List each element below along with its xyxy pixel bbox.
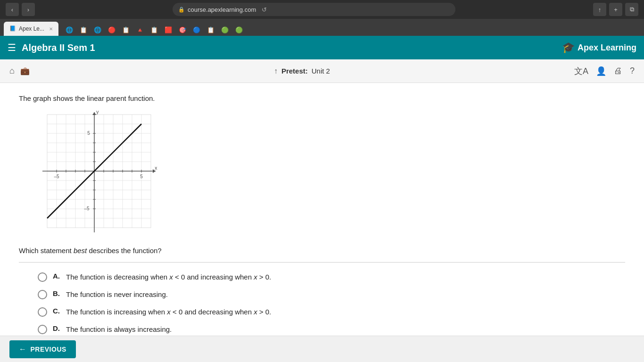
choice-b-letter: B. bbox=[53, 289, 60, 297]
translate-icon[interactable]: 文A bbox=[574, 66, 588, 77]
tabs-bar: 📘 Apex Le... ✕ 🌐 📋 🌐 🔴 📋 🔺 📋 🟥 🎯 🔵 📋 🟢 🟢 bbox=[0, 19, 644, 36]
graph-container: –5 5 5 –5 x y bbox=[38, 110, 625, 237]
choice-b-text: The function is never increasing. bbox=[66, 289, 168, 299]
apex-logo-icon: 🎓 bbox=[562, 41, 575, 54]
graph-wrapper: –5 5 5 –5 x y bbox=[38, 110, 160, 237]
hamburger-menu-icon[interactable]: ☰ bbox=[8, 42, 16, 53]
choice-c[interactable]: C. The function is increasing when x < 0… bbox=[38, 307, 606, 317]
nav-center: ↑ Pretest: Unit 2 bbox=[30, 67, 574, 75]
choice-a[interactable]: A. The function is decreasing when x < 0… bbox=[38, 272, 606, 282]
sub-header-right: 文A 👤 🖨 ? bbox=[574, 66, 635, 77]
svg-text:–5: –5 bbox=[54, 174, 59, 179]
user-icon[interactable]: 👤 bbox=[596, 66, 606, 76]
back-button[interactable]: ‹ bbox=[6, 3, 19, 16]
svg-text:5: 5 bbox=[87, 131, 90, 136]
bottom-bar: ← PREVIOUS bbox=[0, 336, 644, 362]
print-icon[interactable]: 🖨 bbox=[614, 66, 622, 76]
new-tab-button[interactable]: + bbox=[609, 3, 622, 16]
help-icon[interactable]: ? bbox=[630, 66, 635, 76]
tab-close-icon[interactable]: ✕ bbox=[49, 26, 53, 32]
choice-a-text: The function is decreasing when x < 0 an… bbox=[66, 272, 271, 282]
bm-icon-12[interactable]: 🟢 bbox=[219, 24, 231, 36]
apex-logo-text: Apex Learning bbox=[578, 43, 636, 53]
app-header: ☰ Algebra II Sem 1 🎓 Apex Learning bbox=[0, 36, 644, 59]
windows-button[interactable]: ⧉ bbox=[625, 3, 638, 16]
app-title: Algebra II Sem 1 bbox=[22, 42, 562, 53]
bm-icon-11[interactable]: 📋 bbox=[205, 24, 217, 36]
previous-button[interactable]: ← PREVIOUS bbox=[9, 340, 76, 358]
choice-c-text: The function is increasing when x < 0 an… bbox=[66, 307, 271, 317]
lock-icon: 🔒 bbox=[178, 7, 185, 13]
url-text: course.apexlearning.com bbox=[188, 6, 256, 13]
home-icon[interactable]: ⌂ bbox=[9, 66, 15, 76]
bookmarks-toolbar: 🌐 📋 🌐 🔴 📋 🔺 📋 🟥 🎯 🔵 📋 🟢 🟢 bbox=[63, 24, 245, 36]
svg-text:x: x bbox=[155, 165, 157, 171]
which-statement: Which statement best describes the funct… bbox=[19, 247, 625, 255]
forward-button[interactable]: › bbox=[22, 3, 35, 16]
answer-choices: A. The function is decreasing when x < 0… bbox=[19, 272, 625, 334]
up-arrow-icon: ↑ bbox=[274, 67, 278, 75]
browser-actions: ↑ + ⧉ bbox=[593, 3, 638, 16]
coordinate-graph: –5 5 5 –5 x y bbox=[38, 110, 160, 237]
bm-icon-8[interactable]: 🟥 bbox=[162, 24, 174, 36]
svg-text:–5: –5 bbox=[84, 206, 90, 211]
choice-c-letter: C. bbox=[53, 307, 60, 315]
sub-header-left: ⌂ 💼 bbox=[9, 66, 30, 76]
choice-a-letter: A. bbox=[53, 272, 60, 280]
bm-icon-6[interactable]: 🔺 bbox=[134, 24, 146, 36]
browser-titlebar: ‹ › 🔒 course.apexlearning.com ↺ ↑ + ⧉ bbox=[0, 0, 644, 19]
bm-icon-1[interactable]: 🌐 bbox=[63, 24, 75, 36]
choice-d[interactable]: D. The function is always increasing. bbox=[38, 324, 606, 334]
svg-text:y: y bbox=[96, 110, 99, 115]
radio-a[interactable] bbox=[38, 272, 47, 282]
best-italic: best bbox=[74, 247, 87, 255]
bm-icon-10[interactable]: 🔵 bbox=[190, 24, 203, 36]
bm-icon-4[interactable]: 🔴 bbox=[106, 24, 118, 36]
bm-icon-9[interactable]: 🎯 bbox=[176, 24, 189, 36]
apex-learning-logo: 🎓 Apex Learning bbox=[562, 41, 636, 54]
unit-label: Unit 2 bbox=[312, 67, 330, 75]
tab-favicon: 📘 bbox=[9, 25, 16, 32]
active-tab[interactable]: 📘 Apex Le... ✕ bbox=[4, 22, 58, 36]
choice-b[interactable]: B. The function is never increasing. bbox=[38, 289, 606, 299]
tab-label: Apex Le... bbox=[19, 25, 44, 32]
reload-icon[interactable]: ↺ bbox=[262, 6, 267, 13]
bm-icon-2[interactable]: 📋 bbox=[77, 24, 90, 36]
intro-text: The graph shows the linear parent functi… bbox=[19, 94, 625, 102]
prev-button-label: PREVIOUS bbox=[31, 346, 66, 353]
radio-b[interactable] bbox=[38, 290, 47, 299]
browser-controls: ‹ › bbox=[6, 3, 35, 16]
prev-arrow-icon: ← bbox=[19, 345, 27, 354]
share-button[interactable]: ↑ bbox=[593, 3, 606, 16]
bm-icon-7[interactable]: 📋 bbox=[148, 24, 160, 36]
briefcase-icon[interactable]: 💼 bbox=[20, 66, 30, 75]
svg-marker-25 bbox=[92, 112, 96, 115]
divider bbox=[19, 262, 625, 263]
main-content: The graph shows the linear parent functi… bbox=[0, 83, 644, 362]
svg-text:5: 5 bbox=[140, 174, 143, 179]
radio-c[interactable] bbox=[38, 307, 47, 317]
bm-icon-13[interactable]: 🟢 bbox=[233, 24, 245, 36]
choice-d-letter: D. bbox=[53, 324, 60, 332]
radio-d[interactable] bbox=[38, 325, 47, 334]
choice-d-text: The function is always increasing. bbox=[66, 324, 172, 334]
sub-header: ⌂ 💼 ↑ Pretest: Unit 2 文A 👤 🖨 ? bbox=[0, 59, 644, 83]
bm-icon-3[interactable]: 🌐 bbox=[91, 24, 104, 36]
bm-icon-5[interactable]: 📋 bbox=[120, 24, 132, 36]
pretest-label: Pretest: bbox=[281, 67, 308, 75]
url-bar[interactable]: 🔒 course.apexlearning.com ↺ bbox=[173, 3, 455, 16]
